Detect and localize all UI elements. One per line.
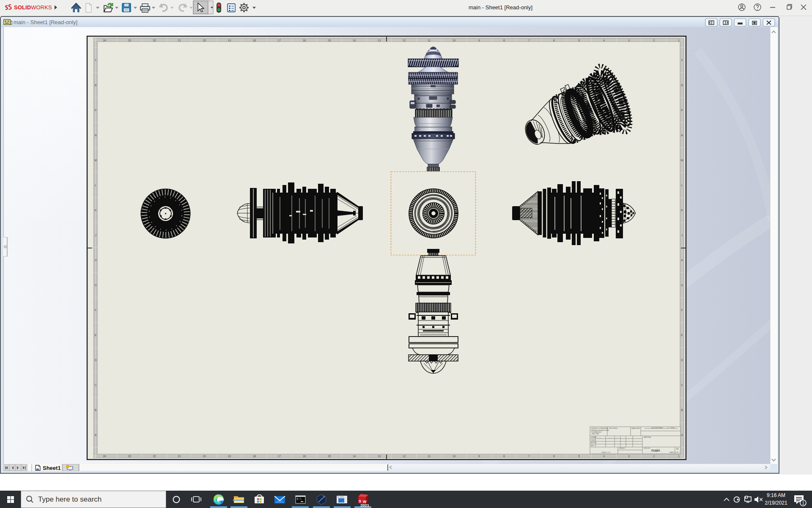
svg-text:22: 22 (153, 455, 156, 458)
svg-text:DATE: DATE (636, 428, 640, 429)
svg-text:B: B (95, 409, 96, 411)
svg-text:18: 18 (253, 455, 256, 458)
svg-text:A2: A2 (676, 448, 679, 450)
svg-text:E: E (681, 334, 683, 337)
svg-text:UNLESS OTHERWISE SPECIFIED: UNLESS OTHERWISE SPECIFIED (591, 427, 618, 429)
svg-text:12: 12 (403, 455, 406, 458)
svg-text:22: 22 (153, 39, 156, 42)
svg-text:C:\: C:\ (297, 498, 302, 501)
svg-text:5: 5 (578, 39, 580, 42)
svg-text:9: 9 (478, 455, 480, 458)
svg-text:C: C (95, 384, 97, 387)
svg-text:SOLIDWORKS: SOLIDWORKS (14, 4, 52, 11)
svg-text:______: ______ (607, 436, 613, 438)
svg-text:5: 5 (578, 455, 580, 458)
svg-text:4: 4 (603, 455, 605, 458)
svg-text:B: B (681, 409, 683, 411)
svg-text:16: 16 (303, 455, 306, 458)
svg-text:A: A (681, 433, 683, 436)
svg-text:C: C (681, 384, 683, 387)
svg-text:14: 14 (353, 39, 356, 42)
svg-text:21: 21 (178, 455, 181, 458)
svg-text:___: ___ (615, 436, 619, 438)
svg-text:14: 14 (353, 455, 356, 458)
svg-text:17: 17 (278, 455, 281, 458)
svg-text:MFG: MFG (591, 445, 594, 447)
svg-text:SCALE: 1:20: SCALE: 1:20 (601, 452, 610, 453)
svg-text:6: 6 (553, 39, 555, 42)
svg-text:2021: 2021 (360, 503, 370, 508)
svg-text:18: 18 (253, 39, 256, 42)
svg-text:H: H (95, 259, 97, 262)
svg-text:8: 8 (503, 39, 505, 42)
svg-text:20: 20 (203, 455, 206, 458)
svg-text:17: 17 (278, 39, 281, 42)
svg-text:H: H (681, 259, 683, 262)
svg-text:3: 3 (628, 39, 630, 42)
svg-text:ANGULAR:: ANGULAR: (592, 433, 599, 435)
svg-text:F: F (95, 309, 96, 312)
svg-text:G: G (681, 284, 683, 287)
svg-text:main: main (651, 448, 660, 453)
svg-text:A: A (95, 433, 97, 436)
svg-text:1: 1 (802, 501, 805, 505)
svg-text:T: T (681, 59, 683, 62)
svg-text:1: 1 (678, 39, 680, 42)
svg-text:MATERIAL:: MATERIAL: (644, 436, 652, 438)
svg-text:9: 9 (478, 39, 480, 42)
svg-text:13: 13 (378, 39, 381, 42)
svg-text:G: G (94, 284, 96, 287)
svg-text:SOLIDWORKS: SOLIDWORKS (651, 427, 663, 429)
svg-text:15: 15 (328, 39, 331, 42)
svg-text:19: 19 (228, 39, 231, 42)
svg-text:P: P (681, 109, 683, 112)
svg-text:J: J (95, 234, 96, 237)
svg-text:NAME: NAME (631, 428, 636, 429)
svg-text:R: R (95, 84, 97, 87)
svg-text:7: 7 (528, 39, 530, 42)
svg-text:DRAWN: DRAWN (591, 436, 597, 438)
svg-text:R: R (681, 84, 683, 87)
svg-text:E: E (95, 334, 97, 337)
svg-text:8: 8 (503, 455, 505, 458)
svg-text:24: 24 (103, 39, 106, 42)
svg-text:6: 6 (553, 455, 555, 458)
svg-text:DWG NO.: DWG NO. (644, 447, 650, 449)
svg-text:15: 15 (328, 455, 331, 458)
svg-text:13: 13 (378, 455, 381, 458)
svg-text:L: L (95, 184, 96, 187)
svg-text:11: 11 (428, 39, 431, 42)
svg-text:1: 1 (678, 455, 680, 458)
svg-text:_____: _____ (597, 436, 602, 438)
svg-text:20: 20 (203, 39, 206, 42)
svg-text:F: F (681, 309, 683, 312)
svg-text:23: 23 (128, 39, 131, 42)
svg-text:WEIGHT:: WEIGHT: (619, 447, 625, 449)
svg-text:10: 10 (453, 39, 456, 42)
svg-text:4: 4 (603, 39, 605, 42)
svg-text:24: 24 (103, 455, 106, 458)
svg-text:P: P (95, 109, 96, 112)
svg-text:L: L (681, 184, 683, 187)
svg-text:11: 11 (428, 455, 431, 458)
svg-text:10: 10 (453, 455, 456, 458)
svg-text:2: 2 (653, 455, 655, 458)
svg-text:M: M (681, 159, 683, 162)
svg-text:3: 3 (628, 455, 630, 458)
svg-text:N: N (681, 134, 683, 137)
svg-text:J: J (681, 234, 683, 237)
svg-text:T: T (95, 59, 96, 62)
svg-text:N: N (95, 134, 97, 137)
svg-text:12: 12 (403, 39, 406, 42)
svg-text:7: 7 (528, 455, 530, 458)
svg-text:K: K (95, 209, 97, 212)
svg-text:TITLE: TITLE (670, 427, 675, 429)
svg-text:CHK'D: CHK'D (591, 439, 595, 441)
svg-text:SHEET 1 OF 1: SHEET 1 OF 1 (669, 452, 680, 453)
svg-text:D: D (681, 359, 683, 362)
svg-text:M: M (94, 159, 96, 162)
svg-text:2: 2 (653, 39, 655, 42)
svg-text:APPV'D: APPV'D (591, 442, 596, 444)
svg-text:D: D (95, 359, 97, 362)
svg-text:21: 21 (178, 39, 181, 42)
